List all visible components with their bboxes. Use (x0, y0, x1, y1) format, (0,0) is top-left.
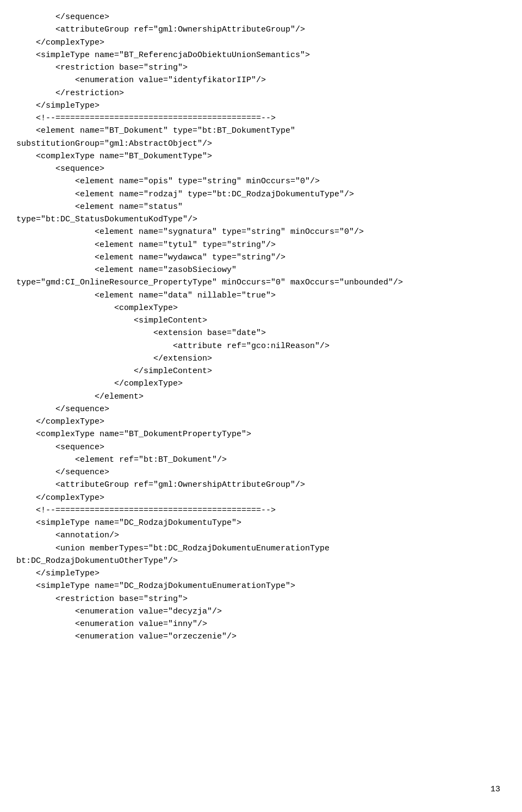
code-content: </sequence> <attributeGroup ref="gml:Own… (16, 11, 506, 643)
page-number: 13 (490, 783, 500, 796)
